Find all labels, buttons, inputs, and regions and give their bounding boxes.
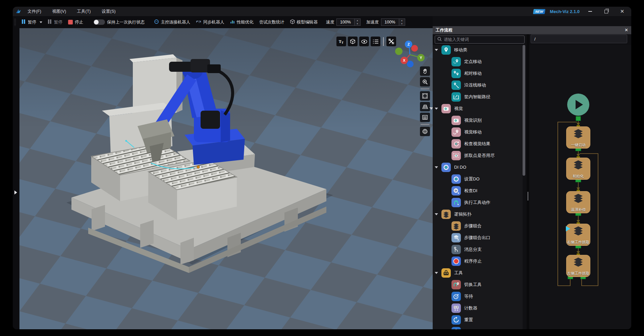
library-item[interactable]: 视觉移动 — [433, 127, 523, 137]
library-item[interactable]: 视觉识别 — [433, 115, 523, 125]
item-label: 切换工具 — [464, 282, 482, 288]
axis-gizmo[interactable]: Z Y X — [395, 35, 425, 70]
stop-button[interactable]: 停止 — [68, 19, 83, 25]
layers-icon — [572, 257, 585, 268]
workflow-node[interactable]: 左侧工件抓取 — [566, 255, 590, 277]
branch-icon — [451, 245, 461, 254]
performance-button[interactable]: 性能优化 — [230, 19, 254, 25]
keep-state-toggle[interactable]: 保持上一次执行状态 — [94, 19, 145, 25]
caret-down-icon[interactable] — [435, 272, 438, 274]
axis-neg-x-ball[interactable] — [411, 45, 418, 52]
3d-viewport[interactable]: TT — [19, 28, 433, 329]
sync-robot-button[interactable]: 同步机器人 — [196, 19, 224, 25]
workflow-graph[interactable]: 一键启动初始化温漂补偿右侧工件抓取左侧工件抓取 — [529, 45, 631, 329]
item-label: 筐内智能路径 — [464, 94, 490, 100]
library-section[interactable]: 逻辑拓扑 — [433, 209, 523, 219]
graph-path-input[interactable]: / — [531, 35, 627, 43]
library-item[interactable]: 完成检查 — [433, 327, 523, 329]
caret-down-icon[interactable] — [435, 166, 438, 168]
pause-secondary-button[interactable]: 暂停 — [48, 19, 62, 25]
panel-divider[interactable] — [527, 34, 529, 329]
caret-down-icon[interactable] — [435, 49, 438, 51]
arrow-down-icon: ▼ — [355, 22, 360, 25]
library-section[interactable]: 工具 — [433, 268, 523, 278]
menu-tools[interactable]: 工具(T) — [72, 7, 96, 16]
item-label: 程序停止 — [464, 258, 482, 264]
spinner-arrows[interactable]: ▲▼ — [355, 18, 361, 26]
menu-file[interactable]: 文件(F) — [23, 7, 46, 16]
panel-lines-button[interactable] — [420, 113, 430, 122]
caret-down-icon[interactable] — [435, 213, 438, 215]
axis-neg-y-ball[interactable] — [395, 48, 402, 55]
library-item[interactable]: 沿连线移动 — [433, 80, 523, 90]
caret-down-icon[interactable] — [435, 108, 438, 110]
library-item[interactable]: 重置 — [433, 315, 523, 325]
library-item[interactable]: 等待 — [433, 291, 523, 301]
fit-view-button[interactable] — [420, 91, 430, 101]
library-item[interactable]: 相对移动 — [433, 68, 523, 78]
library-item[interactable]: 步骤组合 — [433, 221, 523, 231]
eye-button[interactable] — [359, 37, 369, 46]
scrollbar-thumb[interactable] — [523, 45, 525, 176]
menu-view[interactable]: 视图(V) — [47, 7, 71, 16]
layers-icon — [572, 193, 585, 205]
list-button[interactable] — [371, 37, 380, 46]
pause-button[interactable]: 暂停 — [22, 19, 42, 25]
item-label: 步骤组合出口 — [464, 235, 490, 241]
library-item[interactable]: 切换工具 — [433, 280, 523, 289]
zoom-in-button[interactable] — [420, 77, 430, 87]
library-item[interactable]: 检查视觉结果 — [433, 139, 523, 149]
sync-robot-icon — [196, 19, 201, 25]
globe-button[interactable] — [420, 127, 430, 136]
model-editor-button[interactable]: 模型编辑器 — [290, 19, 318, 25]
library-item[interactable]: 步骤组合出口 — [433, 233, 523, 242]
library-item[interactable]: 消息分支 — [433, 244, 523, 254]
library-item[interactable]: 抓取点是否用尽 — [433, 151, 523, 160]
restore-icon — [604, 10, 608, 13]
axis-z-label: Z — [408, 42, 410, 46]
pin-icon — [441, 45, 451, 55]
workflow-node[interactable]: 初始化 — [566, 158, 590, 180]
workflow-node[interactable]: 一键启动 — [566, 126, 590, 149]
workflow-node[interactable]: 右侧工件抓取 — [566, 224, 590, 246]
master-control-button[interactable]: 主控连接机器人 — [154, 19, 191, 25]
toolbar-grip[interactable] — [14, 18, 16, 26]
toggle-switch[interactable] — [94, 19, 105, 25]
text-size-button[interactable]: TT — [336, 37, 346, 46]
pan-hand-button[interactable] — [420, 66, 430, 76]
expand-panel-arrow-icon[interactable] — [14, 190, 17, 194]
library-section[interactable]: DI DO — [433, 162, 523, 172]
run-workflow-button[interactable] — [567, 94, 589, 116]
library-item[interactable]: 1234计数器 — [433, 303, 523, 313]
measure-tools-button[interactable] — [386, 37, 396, 46]
library-section[interactable]: 视觉 — [433, 104, 523, 113]
arrow-up-icon: ▲ — [399, 19, 405, 22]
item-label: 检查DI — [464, 188, 477, 194]
chevron-down-icon[interactable] — [40, 21, 42, 23]
library-section[interactable]: 移动类 — [433, 45, 523, 55]
node-label: 温漂补偿 — [562, 207, 595, 212]
minimize-button[interactable] — [584, 7, 596, 15]
library-item[interactable]: 筐内智能路径 — [433, 92, 523, 102]
restore-button[interactable] — [600, 7, 612, 15]
speed-spinner[interactable]: 100% ▲▼ — [336, 18, 361, 26]
library-item[interactable]: 程序停止 — [433, 256, 523, 266]
section-label: 逻辑拓扑 — [454, 211, 472, 217]
axis-neg-z-ball[interactable] — [407, 61, 414, 67]
spinner-arrows[interactable]: ▲▼ — [399, 18, 405, 26]
menu-settings[interactable]: 设置(S) — [97, 7, 120, 16]
workflow-node[interactable]: 温漂补偿 — [566, 191, 590, 213]
close-panel-button[interactable]: ✕ — [625, 26, 628, 34]
main-toolbar: 暂停 暂停 停止 保持上一次执行状态 主控连接机器人 同步机器人 性能优化 尝 — [13, 16, 433, 28]
wireframe-cube-button[interactable] — [348, 37, 358, 46]
accel-spinner[interactable]: 100% ▲▼ — [381, 18, 405, 26]
attempts-stats-button[interactable]: 尝试次数统计 — [259, 19, 284, 25]
library-item[interactable]: DI检查DI — [433, 186, 523, 195]
perspective-grid-button[interactable] — [420, 102, 430, 111]
viewport-nav-stack — [420, 66, 430, 136]
library-item[interactable]: 执行工具动作 — [433, 198, 523, 207]
close-button[interactable]: ✕ — [616, 7, 628, 15]
search-input[interactable]: 请输入关键词 — [435, 36, 525, 44]
library-item[interactable]: 设置DO — [433, 174, 523, 184]
library-item[interactable]: 定点移动 — [433, 57, 523, 66]
